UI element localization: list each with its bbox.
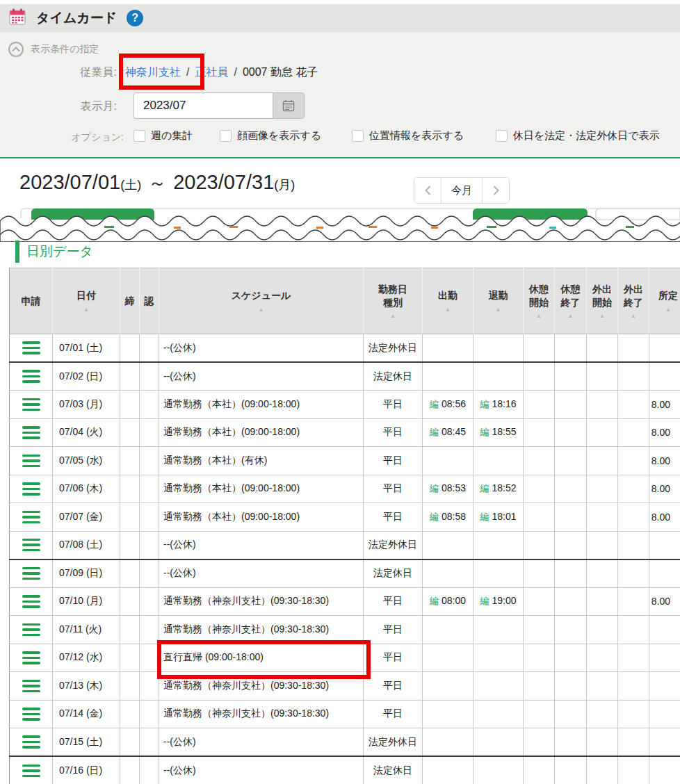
hamburger-menu-icon[interactable] xyxy=(22,426,40,439)
sort-arrow-icon[interactable]: ▲ xyxy=(555,313,586,319)
clock-out-cell xyxy=(473,531,524,560)
schedule-cell: --(公休) xyxy=(159,334,364,363)
row-menu-button[interactable] xyxy=(10,560,53,588)
hamburger-menu-icon[interactable] xyxy=(22,735,40,749)
col-header-break_end[interactable]: 休憩 終了▲ xyxy=(555,268,587,334)
closed-cell xyxy=(120,756,140,784)
sort-arrow-icon[interactable]: ▲ xyxy=(159,307,363,313)
col-header-worktype[interactable]: 勤務日 種別▲ xyxy=(364,268,423,334)
sort-arrow-icon[interactable]: ▲ xyxy=(524,313,554,319)
hamburger-menu-icon[interactable] xyxy=(22,765,40,778)
col-header-schedule[interactable]: スケジュール▲ xyxy=(159,268,364,334)
col-header-out_end[interactable]: 外出 終了▲ xyxy=(618,268,649,334)
period-end-dow: (月) xyxy=(274,177,295,193)
employee-branch-link[interactable]: 神奈川支社 xyxy=(125,65,181,80)
row-menu-button[interactable] xyxy=(10,362,53,391)
row-menu-button[interactable] xyxy=(10,728,53,757)
scheduled-hours-cell xyxy=(649,700,680,728)
hamburger-menu-icon[interactable] xyxy=(22,595,40,608)
current-month-button[interactable]: 今月 xyxy=(441,178,483,203)
sort-arrow-icon[interactable]: ▲ xyxy=(53,307,120,313)
approved-cell xyxy=(140,447,159,475)
col-header-scheduled[interactable]: 所定▲ xyxy=(649,268,680,334)
clock-in-cell xyxy=(423,644,473,672)
row-menu-button[interactable] xyxy=(10,587,53,616)
option-label-show-location: 位置情報を表示する xyxy=(369,129,464,142)
hamburger-menu-icon[interactable] xyxy=(22,623,40,637)
hamburger-menu-icon[interactable] xyxy=(22,398,40,411)
section-title: 日別データ xyxy=(26,243,93,261)
row-menu-button[interactable] xyxy=(10,475,53,503)
row-menu-button[interactable] xyxy=(10,391,53,419)
scheduled-hours-cell xyxy=(649,531,680,560)
break-start-cell xyxy=(524,644,555,672)
employee-type-link[interactable]: 正社員 xyxy=(195,65,228,80)
date-cell: 07/13 (木) xyxy=(53,672,120,701)
col-header-clock_out[interactable]: 退勤▲ xyxy=(473,268,524,334)
calendar-picker-button[interactable] xyxy=(273,92,305,119)
row-menu-button[interactable] xyxy=(10,644,53,672)
col-header-break_start[interactable]: 休憩 開始▲ xyxy=(524,268,555,334)
table-row: 07/10 (月)通常勤務（神奈川支社）(09:30-18:30)平日編08:0… xyxy=(10,587,680,616)
col-header-clock_in[interactable]: 出勤▲ xyxy=(423,268,473,334)
checkbox-show-location[interactable] xyxy=(352,130,364,142)
checkbox-holiday-legal-display[interactable] xyxy=(496,130,508,142)
break-start-cell xyxy=(524,672,555,701)
hamburger-menu-icon[interactable] xyxy=(22,455,40,468)
out-end-cell xyxy=(618,644,649,672)
out-end-cell xyxy=(618,672,649,701)
row-menu-button[interactable] xyxy=(10,756,53,784)
clock-in-cell xyxy=(423,447,473,475)
hamburger-menu-icon[interactable] xyxy=(22,511,40,524)
sort-arrow-icon[interactable]: ▲ xyxy=(473,307,523,313)
hamburger-menu-icon[interactable] xyxy=(22,708,40,721)
row-menu-button[interactable] xyxy=(10,503,53,532)
hamburger-menu-icon[interactable] xyxy=(22,341,40,354)
hamburger-menu-icon[interactable] xyxy=(22,482,40,496)
break-start-cell xyxy=(524,560,555,588)
date-cell: 07/06 (木) xyxy=(53,475,120,503)
hamburger-menu-icon[interactable] xyxy=(22,651,40,664)
sort-arrow-icon[interactable]: ▲ xyxy=(364,313,422,319)
prev-month-button[interactable] xyxy=(414,178,441,203)
clock-in-cell: 編08:56 xyxy=(423,391,473,419)
checkbox-weekly-summary[interactable] xyxy=(133,130,145,142)
out-end-cell xyxy=(618,418,649,447)
closed-cell xyxy=(120,391,140,419)
checkbox-show-face-image[interactable] xyxy=(220,130,232,142)
row-menu-button[interactable] xyxy=(10,334,53,363)
next-month-button[interactable] xyxy=(483,178,509,203)
month-label: 表示月: xyxy=(63,99,117,114)
hamburger-menu-icon[interactable] xyxy=(22,680,40,693)
out-end-cell xyxy=(618,475,649,503)
sort-arrow-icon[interactable]: ▲ xyxy=(423,307,473,313)
col-header-label: 申請 xyxy=(10,295,52,308)
col-header-out_start[interactable]: 外出 開始▲ xyxy=(587,268,618,334)
sort-arrow-icon[interactable]: ▲ xyxy=(649,307,680,313)
out-end-cell xyxy=(618,616,649,644)
help-icon[interactable]: ? xyxy=(127,10,143,26)
col-header-label: 日付 xyxy=(53,289,120,302)
hamburger-menu-icon[interactable] xyxy=(22,370,40,383)
options-label: オプション: xyxy=(70,131,124,144)
hamburger-menu-icon[interactable] xyxy=(22,539,40,552)
row-menu-button[interactable] xyxy=(10,616,53,644)
row-menu-button[interactable] xyxy=(10,531,53,560)
date-cell: 07/07 (金) xyxy=(53,503,120,532)
table-row: 07/12 (水)直行直帰 (09:00-18:00)平日 xyxy=(10,644,680,672)
row-menu-button[interactable] xyxy=(10,447,53,475)
tab-cut-3 xyxy=(596,209,680,220)
row-menu-button[interactable] xyxy=(10,672,53,701)
collapse-chevron-icon[interactable] xyxy=(8,42,24,57)
col-header-apply: 申請 xyxy=(10,268,53,334)
work-type-cell: 平日 xyxy=(364,672,423,701)
row-menu-button[interactable] xyxy=(10,418,53,447)
date-cell: 07/11 (火) xyxy=(53,616,120,644)
sort-arrow-icon[interactable]: ▲ xyxy=(587,313,617,319)
month-input[interactable] xyxy=(133,92,273,119)
approved-cell xyxy=(140,587,159,616)
hamburger-menu-icon[interactable] xyxy=(22,567,40,580)
sort-arrow-icon[interactable]: ▲ xyxy=(618,313,649,319)
row-menu-button[interactable] xyxy=(10,700,53,728)
col-header-date[interactable]: 日付▲ xyxy=(53,268,120,334)
